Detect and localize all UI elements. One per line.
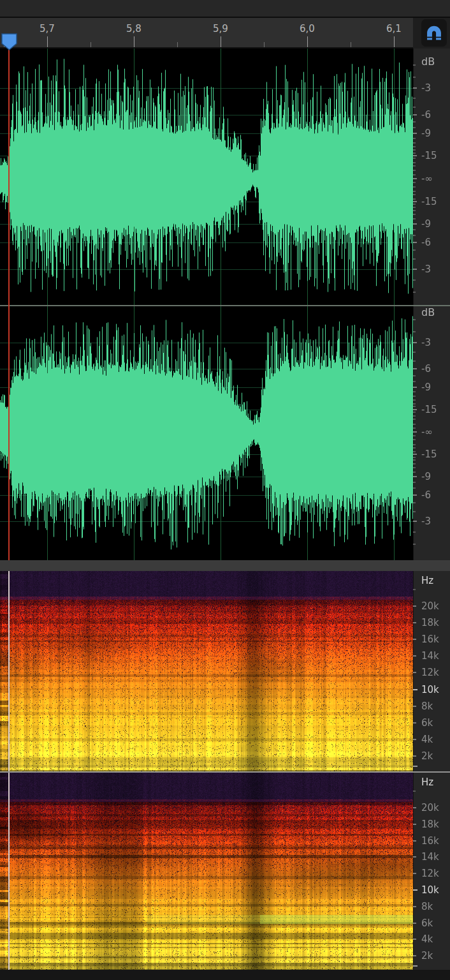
playhead-line [8,48,10,560]
timeline-ruler[interactable]: 5,75,85,96,06,1 [0,18,413,48]
channel-divider[interactable] [0,305,450,306]
waveform-display[interactable] [0,48,413,560]
minor-tick [264,42,265,47]
playhead-marker[interactable] [1,33,17,50]
minor-tick [91,42,91,47]
major-tick [134,36,134,47]
time-label: 5,8 [120,23,148,34]
major-tick [394,36,395,47]
audio-editor-window: 5,75,85,96,06,1 dB-3-3-6-6-9-9-15-15-∞dB… [0,0,450,980]
major-tick [47,36,48,47]
magnet-icon [425,24,443,43]
spectrogram-display-right[interactable] [0,773,413,970]
major-tick [307,36,308,47]
snap-button[interactable] [421,19,447,47]
playhead-line-spectrogram [8,571,10,771]
spectrogram-divider[interactable] [0,771,450,773]
time-label: 5,9 [207,23,235,34]
playhead-line-spectrogram [8,773,10,970]
bottom-bar [0,970,450,980]
scale-column[interactable] [413,48,450,980]
time-label: 6,0 [293,23,321,34]
minor-tick [177,42,178,47]
major-tick [221,36,221,47]
minor-tick [351,42,351,47]
time-label: 5,7 [33,23,61,34]
pane-divider[interactable] [0,560,450,571]
title-bar [0,0,450,17]
time-label: 6,1 [380,23,408,34]
spectrogram-display-left[interactable] [0,571,413,771]
